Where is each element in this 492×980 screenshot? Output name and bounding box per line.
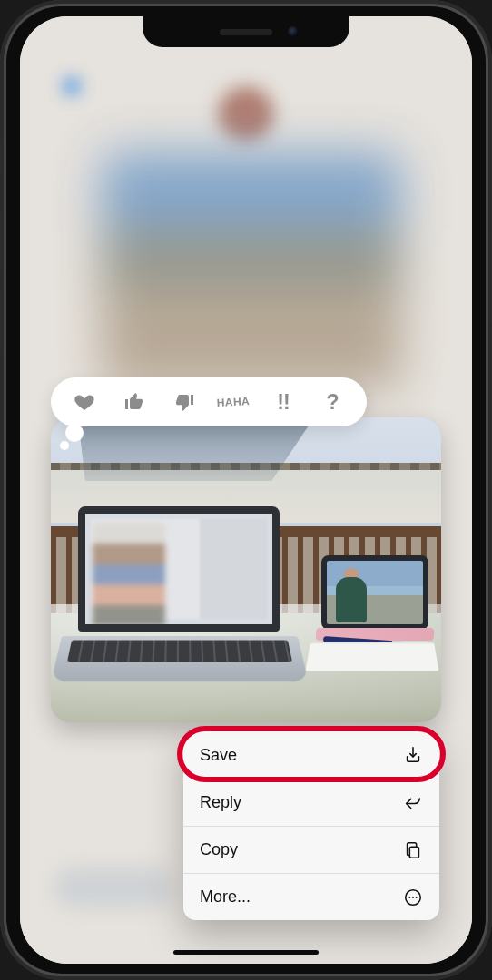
- haha-top: HA: [217, 397, 234, 408]
- menu-item-label: More...: [200, 887, 251, 906]
- reply-icon: [403, 793, 423, 813]
- svg-point-3: [412, 897, 414, 898]
- menu-item-label: Save: [200, 746, 237, 765]
- menu-item-more[interactable]: More...: [183, 873, 439, 920]
- tapback-tail: [65, 424, 84, 442]
- home-indicator[interactable]: [173, 950, 319, 955]
- contact-avatar-blur: [219, 87, 273, 142]
- image-laptop-base: [51, 636, 309, 681]
- volume-up-button: [0, 209, 2, 272]
- input-field-blur: [54, 867, 172, 907]
- silent-switch: [0, 141, 2, 177]
- tapback-exclaim[interactable]: !!: [267, 386, 300, 418]
- svg-point-4: [416, 897, 418, 898]
- tapback-question[interactable]: ?: [317, 386, 349, 418]
- tapback-thumbs-down[interactable]: [168, 386, 201, 418]
- menu-item-label: Copy: [200, 840, 238, 859]
- tapback-bar: HA HA !! ?: [51, 377, 367, 426]
- message-image[interactable]: [51, 417, 441, 722]
- image-laptop-content: [93, 523, 165, 626]
- image-ipad-person-body: [336, 577, 367, 622]
- volume-down-button: [0, 290, 2, 354]
- screen: HA HA !! ?: [20, 16, 472, 964]
- back-button-blur: [62, 76, 82, 96]
- more-icon: [403, 887, 423, 907]
- earpiece: [220, 29, 272, 35]
- image-notebook: [305, 642, 438, 671]
- phone-frame: HA HA !! ?: [0, 0, 492, 980]
- haha-bottom: HA: [233, 397, 251, 407]
- image-laptop-keyboard: [67, 640, 292, 662]
- image-laptop-screen: [78, 506, 280, 632]
- svg-point-2: [408, 897, 410, 898]
- svg-rect-0: [409, 847, 418, 858]
- menu-item-label: Reply: [200, 793, 241, 812]
- tapback-haha[interactable]: HA HA: [216, 385, 251, 419]
- notch: [143, 16, 349, 47]
- tapback-thumbs-up[interactable]: [118, 386, 151, 418]
- message-photo-blur: [102, 152, 401, 388]
- image-ipad: [321, 555, 428, 630]
- menu-item-reply[interactable]: Reply: [183, 779, 439, 826]
- image-laptop: [62, 506, 298, 699]
- menu-item-save[interactable]: Save: [183, 731, 439, 779]
- copy-icon: [403, 840, 423, 860]
- context-menu: Save Reply Copy: [183, 731, 439, 920]
- tapback-tail-small: [60, 441, 69, 450]
- tapback-heart[interactable]: [68, 386, 101, 418]
- menu-item-copy[interactable]: Copy: [183, 826, 439, 873]
- download-icon: [403, 745, 423, 765]
- front-camera: [288, 26, 299, 37]
